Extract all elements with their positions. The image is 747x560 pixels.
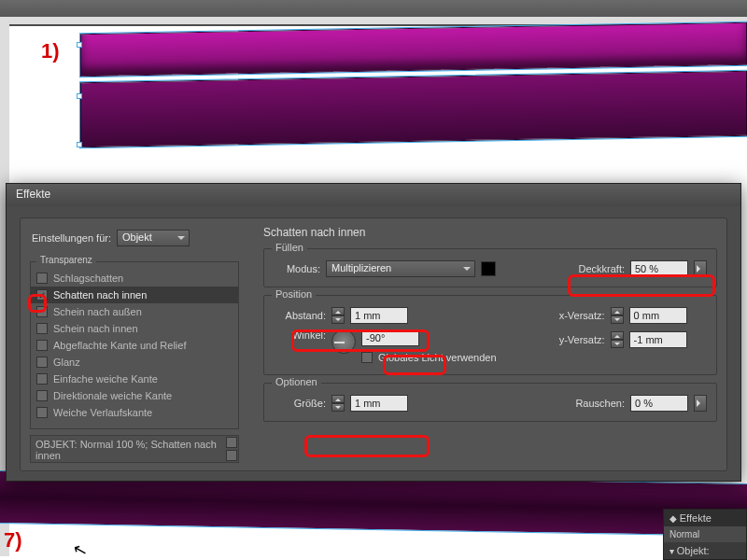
distance-stepper[interactable] xyxy=(331,307,345,324)
effects-dialog: Effekte Einstellungen für: Objekt Transp… xyxy=(6,183,741,482)
fx-item-outer-glow[interactable]: Schein nach außen xyxy=(31,303,238,320)
fill-section: Füllen Modus: Multiplizieren Deckkraft: xyxy=(263,248,717,287)
effects-summary: OBJEKT: Normal 100 %; Schatten nach inne… xyxy=(30,435,239,463)
angle-input[interactable] xyxy=(361,329,419,346)
selected-object-top[interactable] xyxy=(80,22,747,77)
options-section: Optionen Größe: Rauschen: xyxy=(263,383,717,422)
checkbox-icon[interactable] xyxy=(361,352,373,363)
effects-mini-panel[interactable]: ◆ Effekte Normal ▾ Objekt: xyxy=(663,509,747,560)
y-offset-input[interactable] xyxy=(629,331,687,348)
dialog-title[interactable]: Effekte xyxy=(7,184,740,206)
checkbox-icon[interactable] xyxy=(36,407,48,418)
noise-label: Rauschen: xyxy=(575,398,625,409)
fx-item-basic-feather[interactable]: Einfache weiche Kante xyxy=(31,371,238,387)
mini-row-object[interactable]: ▾ Objekt: xyxy=(664,542,746,559)
size-stepper[interactable] xyxy=(331,395,345,412)
checkbox-icon[interactable] xyxy=(36,306,48,317)
angle-wheel[interactable] xyxy=(331,329,356,354)
y-offset-label: y-Versatz: xyxy=(534,334,605,345)
distance-label: Abstand: xyxy=(274,310,326,321)
opacity-flyout[interactable] xyxy=(694,260,707,277)
y-offset-stepper[interactable] xyxy=(611,331,624,348)
fx-item-gradient-feather[interactable]: Weiche Verlaufskante xyxy=(31,404,238,421)
blend-mode-select[interactable]: Multiplizieren xyxy=(326,260,475,277)
settings-for-select[interactable]: Objekt xyxy=(117,230,190,246)
effects-list-header[interactable]: Transparenz xyxy=(36,255,96,265)
annotation-1: 1) xyxy=(41,39,60,63)
selection-handle[interactable] xyxy=(77,93,82,99)
scroll-down-icon[interactable] xyxy=(226,450,237,461)
fx-item-satin[interactable]: Glanz xyxy=(31,354,238,371)
fx-item-drop-shadow[interactable]: Schlagschatten xyxy=(31,270,238,287)
position-section: Position Abstand: Winkel: xyxy=(263,295,717,375)
mini-tab-effects[interactable]: ◆ Effekte xyxy=(664,510,746,526)
mode-label: Modus: xyxy=(274,263,320,274)
settings-for-label: Einstellungen für: xyxy=(32,232,111,244)
fx-item-directional-feather[interactable]: Direktionale weiche Kante xyxy=(31,387,238,404)
x-offset-label: x-Versatz: xyxy=(534,310,605,321)
global-light-label: Globales Licht verwenden xyxy=(378,352,497,363)
fx-item-inner-shadow[interactable]: ✓Schatten nach innen xyxy=(31,287,238,303)
checkbox-icon[interactable] xyxy=(36,390,48,401)
fx-item-bevel-emboss[interactable]: Abgeflachte Kante und Relief xyxy=(31,337,238,354)
ruler-horizontal xyxy=(0,17,747,24)
effects-list: Transparenz Schlagschatten ✓Schatten nac… xyxy=(30,261,239,429)
checkbox-icon[interactable]: ✓ xyxy=(36,289,48,301)
checkbox-icon[interactable] xyxy=(36,357,48,368)
annotation-7: 7) xyxy=(4,528,22,553)
checkbox-icon[interactable] xyxy=(36,373,48,385)
selection-handle[interactable] xyxy=(77,42,82,48)
x-offset-stepper[interactable] xyxy=(611,307,624,324)
opacity-label: Deckkraft: xyxy=(578,263,625,274)
x-offset-input[interactable] xyxy=(629,307,687,324)
fx-item-inner-glow[interactable]: Schein nach innen xyxy=(31,320,238,337)
scroll-up-icon[interactable] xyxy=(226,437,237,448)
distance-input[interactable] xyxy=(350,307,408,324)
panel-title: Schatten nach innen xyxy=(263,226,717,239)
opacity-input[interactable] xyxy=(630,260,688,277)
color-swatch[interactable] xyxy=(481,261,496,276)
selected-object-bottom[interactable] xyxy=(80,71,747,147)
angle-label: Winkel: xyxy=(274,329,326,341)
checkbox-icon[interactable] xyxy=(36,323,48,334)
checkbox-icon[interactable] xyxy=(36,340,48,351)
size-label: Größe: xyxy=(274,398,326,409)
selection-handle[interactable] xyxy=(77,142,82,147)
noise-input[interactable] xyxy=(630,395,688,412)
checkbox-icon[interactable] xyxy=(36,273,48,284)
size-input[interactable] xyxy=(350,395,408,412)
mini-blend-mode[interactable]: Normal xyxy=(664,526,746,542)
noise-flyout[interactable] xyxy=(694,395,707,412)
